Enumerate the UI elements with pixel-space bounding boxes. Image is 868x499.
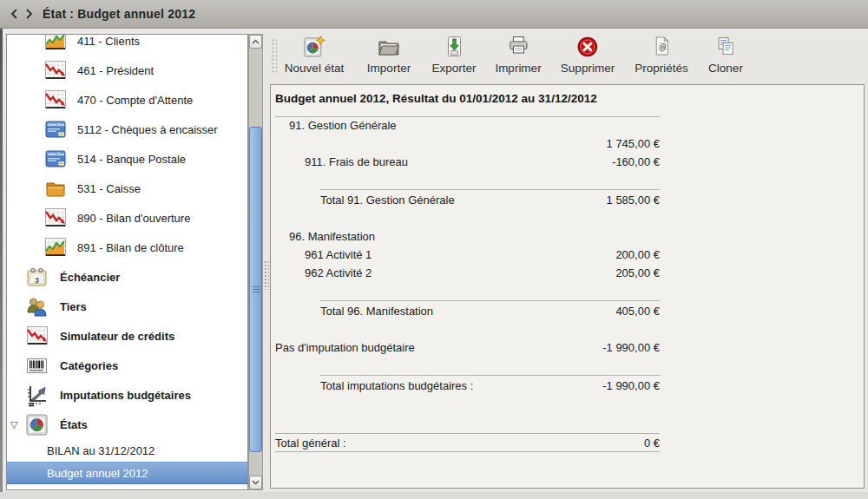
new-report-icon: [302, 35, 326, 59]
scrollbar-grip: [253, 286, 260, 293]
toolbar-button-label: Cloner: [708, 62, 743, 75]
sidebar-item-budget-report-selected[interactable]: Budget annuel 2012: [7, 462, 247, 484]
report-row-total: Total imputations budgétaires : -1 990,0…: [275, 378, 660, 395]
sidebar-item-label: 461 - Président: [77, 64, 154, 77]
total-separator: [320, 375, 660, 376]
report-row: 911. Frais de bureau -160,00 €: [275, 154, 660, 171]
row-label: Pas d'imputation budgétaire: [275, 341, 415, 354]
sidebar-item-simulateur[interactable]: Simulateur de crédits: [7, 321, 247, 351]
export-icon: [442, 35, 466, 59]
toolbar-button-label: Propriétés: [635, 62, 688, 75]
report-row: 91. Gestion Générale: [275, 117, 660, 135]
sidebar-item-imputations[interactable]: Imputations budgétaires: [7, 380, 247, 410]
scroll-up-button[interactable]: [249, 35, 262, 49]
row-label: Total 91. Gestion Générale: [320, 194, 455, 207]
new-report-button[interactable]: Nouvel état: [279, 33, 349, 76]
row-label: 91. Gestion Générale: [289, 119, 397, 132]
row-value: -160,00 €: [612, 155, 660, 168]
row-label: Total 96. Manifestation: [320, 305, 433, 318]
sidebar-item-categories[interactable]: Catégories: [7, 351, 247, 380]
pie-report-icon: [25, 413, 49, 437]
sidebar-item-label: Budget annuel 2012: [47, 467, 148, 480]
chart-down-icon: [43, 207, 67, 230]
sidebar-item-account-531[interactable]: 531 - Caisse: [7, 174, 247, 203]
sidebar-item-echeancier[interactable]: 3 Échéancier: [7, 262, 247, 292]
row-value: 0 €: [644, 437, 660, 450]
svg-text:John Doe: John Doe: [48, 152, 65, 156]
import-icon: [377, 35, 401, 59]
scroll-down-button[interactable]: [249, 476, 262, 489]
sidebar-item-account-470[interactable]: 470 - Compte d'Attente: [7, 85, 247, 115]
chart-up-icon: [43, 236, 67, 259]
toolbar-button-label: Importer: [367, 62, 411, 75]
row-value: 1 585,00 €: [607, 194, 660, 207]
chevron-up-icon: [252, 39, 260, 44]
properties-icon: [649, 35, 674, 59]
sidebar-item-label: 531 - Caisse: [77, 182, 141, 195]
panel-splitter[interactable]: [264, 260, 269, 290]
sidebar-item-label: Tiers: [60, 300, 87, 313]
sidebar-item-account-514[interactable]: John Doe 514 - Banque Postale: [7, 144, 247, 174]
calendar-icon: 3: [25, 266, 49, 289]
row-label: 961 Activité 1: [305, 248, 372, 261]
sidebar-item-label: 890 - Bilan d'ouverture: [77, 212, 190, 225]
svg-text:3: 3: [35, 276, 39, 285]
export-button[interactable]: Exporter: [426, 33, 481, 76]
properties-button[interactable]: Propriétés: [629, 33, 694, 76]
sidebar-item-tiers[interactable]: Tiers: [7, 292, 247, 321]
row-value: -1 990,00 €: [602, 341, 660, 354]
report-row: 1 745,00 €: [275, 135, 660, 153]
row-value: 205,00 €: [615, 266, 660, 279]
svg-text:John Doe: John Doe: [48, 122, 65, 127]
sidebar-item-account-411[interactable]: 411 - Clients: [7, 34, 247, 56]
row-value: 405,00 €: [615, 305, 660, 318]
row-value: -1 990,00 €: [602, 379, 660, 392]
report-row-total: Total 91. Gestion Générale 1 585,00 €: [275, 192, 660, 209]
sidebar-item-bilan-report[interactable]: BILAN au 31/12/2012: [7, 439, 247, 462]
clone-icon: [713, 35, 738, 59]
expander-down-icon[interactable]: ▽: [10, 419, 17, 430]
row-label: 911. Frais de bureau: [305, 155, 408, 168]
clone-button[interactable]: Cloner: [703, 33, 748, 76]
sidebar: 411 - Clients 461 - Président 470 - Comp…: [6, 34, 248, 490]
print-button[interactable]: Imprimer: [490, 33, 546, 76]
back-button[interactable]: [7, 5, 22, 23]
barcode-icon: [25, 354, 49, 378]
report-panel: Budget annuel 2012, Résultat du 01/01/20…: [270, 84, 865, 489]
report-row: 961 Activité 1 200,00 €: [275, 246, 660, 264]
delete-button[interactable]: Supprimer: [556, 33, 620, 76]
chevron-right-icon: [24, 8, 34, 20]
credit-card-icon: John Doe: [43, 148, 67, 171]
toolbar-drag-handle[interactable]: [271, 38, 277, 73]
chevron-left-icon: [10, 8, 19, 20]
chevron-down-icon: [252, 480, 260, 485]
sidebar-item-account-890[interactable]: 890 - Bilan d'ouverture: [7, 203, 247, 233]
report-row: 962 Activité 2 205,00 €: [275, 265, 660, 282]
toolbar: Nouvel état Importer Exporter Imprimer S…: [270, 31, 868, 78]
row-label: 96. Manifestation: [289, 230, 375, 243]
toolbar-button-label: Nouvel état: [285, 62, 344, 75]
chart-down-icon: [43, 89, 67, 112]
sidebar-item-account-461[interactable]: 461 - Président: [7, 56, 247, 85]
sidebar-item-label: Échéancier: [60, 271, 120, 284]
print-icon: [506, 35, 530, 59]
credit-card-icon: John Doe: [43, 118, 67, 141]
grand-total-separator: [275, 433, 660, 434]
sidebar-item-account-891[interactable]: 891 - Bilan de clôture: [7, 233, 247, 262]
sidebar-item-label: BILAN au 31/12/2012: [47, 444, 155, 457]
sidebar-item-account-5112[interactable]: John Doe 5112 - Chèques à encaisser: [7, 115, 247, 144]
toolbar-button-label: Imprimer: [495, 62, 541, 75]
sidebar-item-label: 891 - Bilan de clôture: [77, 241, 184, 254]
import-button[interactable]: Importer: [362, 33, 416, 76]
page-title: État : Budget annuel 2012: [43, 7, 195, 21]
sidebar-item-label: Imputations budgétaires: [60, 389, 191, 402]
scrollbar-thumb[interactable]: [249, 127, 262, 452]
sidebar-scrollbar[interactable]: [248, 34, 263, 490]
sidebar-item-label: 470 - Compte d'Attente: [77, 94, 193, 107]
report-row: 96. Manifestation: [275, 228, 660, 246]
sidebar-item-etats[interactable]: ▽ États: [7, 410, 247, 439]
chart-up-icon: [43, 34, 67, 53]
forward-button[interactable]: [22, 5, 36, 23]
toolbar-button-label: Exporter: [431, 62, 476, 75]
sidebar-item-label: États: [60, 418, 88, 431]
